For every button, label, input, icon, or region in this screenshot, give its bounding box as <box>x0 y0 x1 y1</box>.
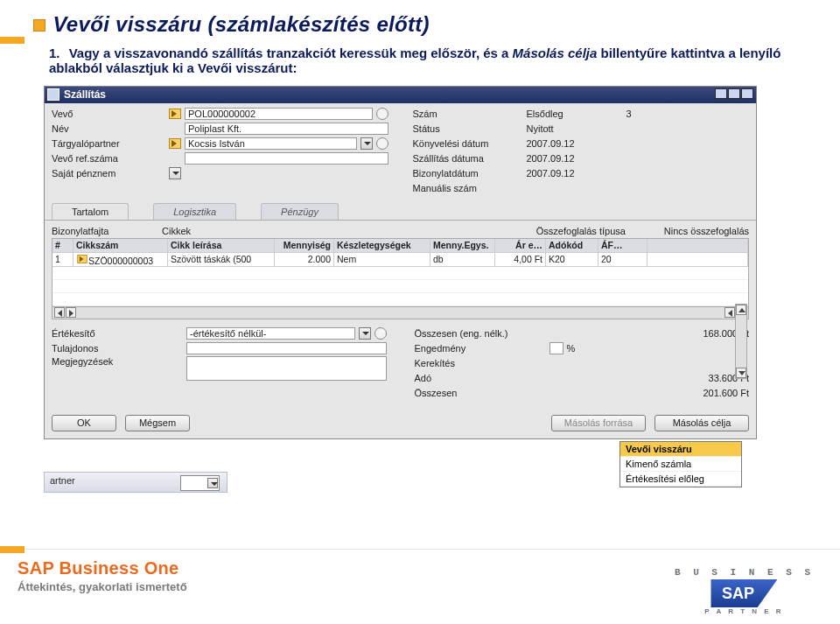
col-adokod[interactable]: Adókód <box>546 239 598 252</box>
label-biz: Bizonylatdátum <box>413 168 522 179</box>
lookup-button[interactable] <box>376 108 388 120</box>
scroll-up-icon[interactable] <box>736 305 746 315</box>
label-vevo: Vevő <box>52 109 165 119</box>
label-kerekites: Kerekítés <box>415 358 546 368</box>
input-tulajdonos[interactable] <box>186 342 387 354</box>
body-italic: Másolás célja <box>513 46 598 60</box>
input-vevo[interactable]: POL000000002 <box>185 108 373 120</box>
label-sajat: Saját pénznem <box>52 168 165 179</box>
dropdown-icon[interactable] <box>360 137 373 150</box>
window-title: Szállítás <box>64 88 106 101</box>
value-osszesen: 201.600 Ft <box>677 388 749 398</box>
value-statusz: Nyitott <box>525 123 554 134</box>
currency-dropdown[interactable] <box>169 167 181 179</box>
value-szall[interactable]: 2007.09.12 <box>525 153 593 164</box>
lookup-button[interactable] <box>376 137 388 150</box>
slide-title: Vevői visszáru (számlakészítés előtt) <box>52 12 429 36</box>
ok-button[interactable]: OK <box>52 415 116 431</box>
value-osszefog: Nincs összefoglalás <box>664 226 749 236</box>
link-arrow-icon <box>77 255 87 263</box>
tab-penzugy[interactable]: Pénzügy <box>261 203 339 220</box>
label-szall: Szállítás dátuma <box>413 153 522 164</box>
cancel-button[interactable]: Mégsem <box>125 415 190 431</box>
input-megjegyzes[interactable] <box>186 356 387 381</box>
label-targyalo: Tárgyalópartner <box>52 138 165 149</box>
input-targyalo[interactable]: Kocsis István <box>185 137 357 150</box>
lookup-button[interactable] <box>374 327 387 340</box>
stripe-bottom <box>0 546 24 553</box>
value-konyv[interactable]: 2007.09.12 <box>525 138 593 149</box>
close-icon[interactable] <box>741 88 753 99</box>
bullet-square-icon <box>33 19 46 32</box>
link-arrow-icon[interactable] <box>169 109 181 119</box>
col-afa[interactable]: ÁF… <box>598 239 648 252</box>
link-arrow-icon[interactable] <box>169 138 181 149</box>
tab-tartalom[interactable]: Tartalom <box>52 203 129 220</box>
table-row[interactable]: 1 SZÖ000000003 Szövött táskák (500 2.000… <box>52 253 748 267</box>
scroll-down-icon[interactable] <box>736 368 746 378</box>
copy-from-button[interactable]: Másolás forrása <box>551 415 646 431</box>
minimize-icon[interactable] <box>715 88 727 99</box>
pct-sign: % <box>567 343 576 354</box>
col-hash[interactable]: # <box>52 239 74 252</box>
tab-logisztika[interactable]: Logisztika <box>153 203 236 220</box>
input-ref[interactable] <box>185 152 388 165</box>
label-osszesen: Összesen <box>415 388 546 398</box>
label-konyv: Könyvelési dátum <box>413 138 522 149</box>
stripe-top <box>0 37 24 44</box>
dropdown-item-visszaru[interactable]: Vevői visszáru <box>620 442 741 457</box>
label-szam: Szám <box>413 109 522 119</box>
logo-business-text: B U S I N E S S <box>675 567 814 578</box>
sap-window: Szállítás Vevő POL000000002 Név Poliplas… <box>44 86 757 439</box>
body-text-1: Vagy a visszavonandó szállítás tranzakci… <box>69 46 509 60</box>
scroll-right-icon[interactable] <box>66 307 76 318</box>
col-ar[interactable]: Ár e… <box>495 239 546 252</box>
list-number: 1. <box>49 46 60 60</box>
label-megjegyzes: Megjegyzések <box>52 356 183 367</box>
dropdown-item-eloleg[interactable]: Értékesítési előleg <box>620 472 741 487</box>
col-mennyegys[interactable]: Menny.Egys. <box>430 239 495 252</box>
col-mennyiseg[interactable]: Mennyiség <box>275 239 334 252</box>
col-keszlet[interactable]: Készletegységek <box>334 239 430 252</box>
sap-partner-logo: B U S I N E S S SAP P A R T N E R <box>675 567 814 615</box>
label-osszeseng: Összesen (eng. nélk.) <box>415 328 546 339</box>
label-bizfajta: Bizonylatfajta <box>52 226 157 236</box>
label-statusz: Státus <box>413 123 522 134</box>
line-items-grid[interactable]: # Cikkszám Cikk leírása Mennyiség Készle… <box>52 238 749 319</box>
value-biz[interactable]: 2007.09.12 <box>525 168 593 179</box>
window-menu-icon[interactable] <box>47 88 60 101</box>
label-nev: Név <box>52 123 165 134</box>
scroll-left-icon[interactable] <box>54 307 65 318</box>
copy-to-dropdown[interactable]: Vevői visszáru Kimenő számla Értékesítés… <box>620 441 742 487</box>
col-cikkszam[interactable]: Cikkszám <box>74 239 168 252</box>
input-engedmeny-pct[interactable] <box>550 342 564 354</box>
label-ref: Vevő ref.száma <box>52 153 165 164</box>
value-szam-prefix: Elsődleg <box>525 109 586 119</box>
sap-logo-icon: SAP <box>710 579 777 607</box>
label-man: Manuális szám <box>413 183 522 193</box>
vertical-scrollbar[interactable] <box>735 304 747 379</box>
input-ertekesito[interactable]: -értékesítő nélkül- <box>186 327 355 340</box>
scroll-left-icon[interactable] <box>724 307 735 318</box>
window-titlebar[interactable]: Szállítás <box>45 87 756 103</box>
dropdown-icon <box>207 478 218 488</box>
copy-to-button[interactable]: Másolás célja <box>654 415 749 431</box>
dropdown-icon[interactable] <box>359 327 371 340</box>
maximize-icon[interactable] <box>728 88 740 99</box>
label-osszefog: Összefoglalás típusa <box>536 226 659 236</box>
label-ertekesito: Értékesítő <box>52 328 183 339</box>
value-bizfajta: Cikkek <box>162 226 191 236</box>
value-szam: 3 <box>590 109 632 119</box>
ghost-combo[interactable] <box>180 475 220 491</box>
label-engedmeny: Engedmény <box>415 343 546 354</box>
label-tulajdonos: Tulajdonos <box>52 343 183 354</box>
logo-partner-text: P A R T N E R <box>675 607 814 615</box>
dropdown-item-kimeno[interactable]: Kimenő számla <box>620 457 741 472</box>
col-leiras[interactable]: Cikk leírása <box>168 239 275 252</box>
slide-body-text: 1. Vagy a visszavonandó szállítás tranza… <box>0 37 840 75</box>
input-nev[interactable]: Poliplast Kft. <box>185 123 388 135</box>
label-ado: Adó <box>415 373 546 383</box>
